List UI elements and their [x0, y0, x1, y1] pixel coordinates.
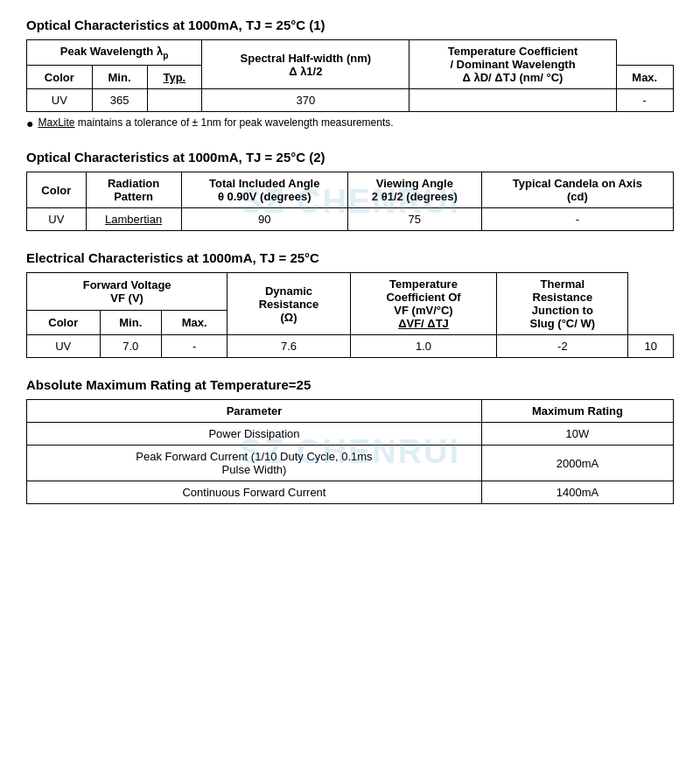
header-max-rating: Maximum Rating	[481, 400, 673, 423]
cell-min: 365	[92, 89, 147, 112]
table-row: Power Dissipation 10W	[27, 423, 674, 446]
section-title-optical1: Optical Characteristics at 1000mA, TJ = …	[26, 18, 674, 32]
cell-typ	[147, 89, 202, 112]
cell-radiation-pattern: Lambertian	[86, 208, 181, 231]
cell-candela: -	[481, 208, 673, 231]
absolute-maximum-rating: Absolute Maximum Rating at Temperature=2…	[26, 377, 674, 504]
cell-rating-peak-current: 2000mA	[481, 446, 673, 481]
cell-dynamic-resistance: 1.0	[350, 335, 497, 358]
header-max-1: Max.	[616, 66, 673, 89]
table-row: UV Lambertian 90 75 -	[27, 208, 674, 231]
table-optical2: Color RadiationPattern Total Included An…	[26, 172, 674, 231]
header-total-included-angle: Total Included Angleθ 0.90V (degrees)	[181, 172, 347, 208]
table-row: UV 7.0 - 7.6 1.0 -2 10	[27, 335, 674, 358]
cell-viewing-angle: 75	[347, 208, 481, 231]
cell-spectral	[410, 89, 616, 112]
bullet-icon: ●	[26, 116, 33, 130]
optical2-table-wrapper: SZ CHENRUI Color RadiationPattern Total …	[26, 172, 674, 231]
electrical-characteristics: Electrical Characteristics at 1000mA, TJ…	[26, 250, 674, 358]
table-electrical: Forward VoltageVF (V) DynamicResistance(…	[26, 272, 674, 358]
table-row: Continuous Forward Current 1400mA	[27, 481, 674, 504]
table-row: Peak Forward Current (1/10 Duty Cycle, 0…	[27, 446, 674, 481]
cell-temp-coeff: -	[616, 89, 673, 112]
note-optical1: ● MaxLite maintains a tolerance of ± 1nm…	[26, 116, 674, 130]
cell-rating-power: 10W	[481, 423, 673, 446]
cell-min-3: 7.0	[100, 335, 162, 358]
header-color-1: Color	[27, 66, 93, 89]
header-min-3: Min.	[100, 311, 162, 335]
header-candela: Typical Candela on Axis(cd)	[481, 172, 673, 208]
cell-temp-coeff-vf: -2	[497, 335, 628, 358]
cell-color-3: UV	[27, 335, 101, 358]
header-viewing-angle: Viewing Angle2 θ1/2 (degrees)	[347, 172, 481, 208]
cell-color-2: UV	[27, 208, 87, 231]
header-color-2: Color	[27, 172, 87, 208]
cell-param-continuous-current: Continuous Forward Current	[27, 481, 482, 504]
cell-total-angle: 90	[181, 208, 347, 231]
table-optical1: Peak Wavelength λp Spectral Half-width (…	[26, 39, 674, 112]
header-thermal-resistance: ThermalResistanceJunction toSlug (°C/ W)	[497, 273, 628, 335]
header-peak-wavelength: Peak Wavelength λp	[27, 40, 202, 66]
cell-rating-continuous-current: 1400mA	[481, 481, 673, 504]
cell-param-power: Power Dissipation	[27, 423, 482, 446]
header-dynamic-resistance: DynamicResistance(Ω)	[228, 273, 350, 335]
header-spectral-halfwidth: Spectral Half-width (nm)Δ λ1/2	[202, 40, 410, 89]
header-temp-coeff: Temperature Coefficient/ Dominant Wavele…	[410, 40, 616, 89]
cell-typ-3: -	[162, 335, 228, 358]
cell-color: UV	[27, 89, 93, 112]
header-max-3: Max.	[162, 311, 228, 335]
section-title-electrical: Electrical Characteristics at 1000mA, TJ…	[26, 250, 674, 265]
header-parameter: Parameter	[27, 400, 482, 423]
header-min-1: Min.	[92, 66, 147, 89]
optical-characteristics-2: Optical Characteristics at 1000mA, TJ = …	[26, 150, 674, 231]
header-typ-1: Typ.	[147, 66, 202, 89]
header-forward-voltage: Forward VoltageVF (V)	[27, 273, 228, 311]
header-radiation-pattern: RadiationPattern	[86, 172, 181, 208]
table-absolute: Parameter Maximum Rating Power Dissipati…	[26, 399, 674, 504]
table-row: UV 365 370 -	[27, 89, 674, 112]
absolute-table-wrapper: SZ CHENRUI Parameter Maximum Rating Powe…	[26, 399, 674, 504]
cell-max-3: 7.6	[228, 335, 350, 358]
cell-max: 370	[202, 89, 410, 112]
section-title-absolute: Absolute Maximum Rating at Temperature=2…	[26, 377, 674, 392]
cell-param-peak-current: Peak Forward Current (1/10 Duty Cycle, 0…	[27, 446, 482, 481]
section-title-optical2: Optical Characteristics at 1000mA, TJ = …	[26, 150, 674, 165]
optical-characteristics-1: Optical Characteristics at 1000mA, TJ = …	[26, 18, 674, 130]
header-temp-coeff-vf: TemperatureCoefficient OfVF (mV/°C)ΔVF/ …	[350, 273, 497, 335]
header-color-3: Color	[27, 311, 101, 335]
cell-thermal-resistance: 10	[628, 335, 674, 358]
